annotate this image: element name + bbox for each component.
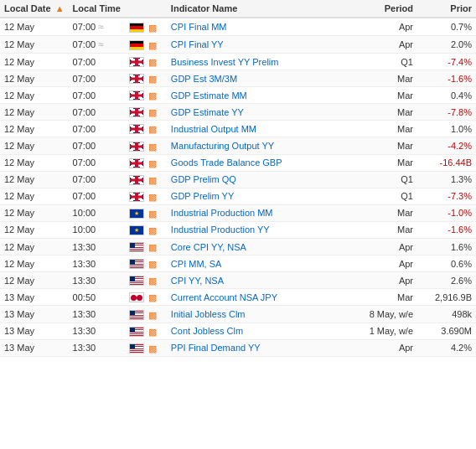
- chart-icon[interactable]: ▩: [148, 142, 160, 152]
- cell-time: 13:30: [69, 339, 125, 356]
- chart-icon[interactable]: ▩: [148, 175, 160, 185]
- cell-indicator[interactable]: CPI YY, NSA: [167, 272, 363, 289]
- chart-icon[interactable]: ▩: [148, 276, 160, 286]
- cell-prior: 3.690M: [417, 323, 476, 339]
- table-row[interactable]: 12 May 07:00 ▩ GDP Est 3M/3M Mar -1.6%: [0, 70, 476, 87]
- cell-date: 13 May: [0, 306, 69, 323]
- cell-prior: 1.6%: [417, 239, 476, 255]
- table-row[interactable]: 12 May 07:00 ≈ ▩ CPI Final MM Apr 0.7%: [0, 18, 476, 36]
- cell-indicator[interactable]: Industrial Output MM: [167, 121, 363, 137]
- table-row[interactable]: 12 May 10:00 ★ ▩ Industrial Production Y…: [0, 221, 476, 238]
- chart-icon[interactable]: ▩: [148, 40, 160, 50]
- chart-icon[interactable]: ▩: [148, 343, 160, 354]
- table-row[interactable]: 12 May 13:30 ▩ Core CPI YY, NSA Apr 1.6%: [0, 239, 476, 255]
- cell-indicator[interactable]: Business Invest YY Prelim: [167, 54, 363, 70]
- chart-icon[interactable]: ▩: [148, 158, 160, 168]
- chart-icon[interactable]: ▩: [148, 192, 160, 202]
- flag-us: [129, 327, 144, 337]
- cell-date: 12 May: [0, 154, 69, 171]
- flag-gb: [129, 158, 144, 168]
- cell-flag-chart: ▩: [125, 104, 167, 121]
- cell-indicator[interactable]: CPI Final MM: [167, 18, 363, 36]
- cell-flag-chart: ▩: [125, 87, 167, 104]
- cell-date: 12 May: [0, 18, 69, 36]
- table-row[interactable]: 13 May 00:50 ▩ Current Account NSA JPY M…: [0, 289, 476, 306]
- col-header-period: Period: [363, 0, 417, 18]
- cell-indicator[interactable]: Industrial Production YY: [167, 221, 363, 238]
- table-row[interactable]: 12 May 10:00 ★ ▩ Industrial Production M…: [0, 204, 476, 221]
- chart-icon[interactable]: ▩: [148, 327, 160, 337]
- flag-gb: [129, 124, 144, 134]
- chart-icon[interactable]: ▩: [148, 209, 160, 219]
- table-row[interactable]: 13 May 13:30 ▩ Initial Jobless Clm 8 May…: [0, 306, 476, 323]
- cell-date: 12 May: [0, 171, 69, 188]
- cell-prior: 0.4%: [417, 87, 476, 104]
- cell-date: 12 May: [0, 221, 69, 238]
- cell-indicator[interactable]: Manufacturing Output YY: [167, 137, 363, 154]
- table-row[interactable]: 12 May 07:00 ▩ GDP Estimate YY Mar -7.8%: [0, 104, 476, 121]
- chart-icon[interactable]: ▩: [148, 74, 160, 84]
- approx-symbol: ≈: [98, 21, 104, 33]
- flag-us: [129, 276, 144, 286]
- table-row[interactable]: 12 May 07:00 ▩ GDP Prelim QQ Q1 1.3%: [0, 171, 476, 188]
- cell-time: 13:30: [69, 306, 125, 323]
- table-row[interactable]: 12 May 07:00 ▩ GDP Estimate MM Mar 0.4%: [0, 87, 476, 104]
- cell-indicator[interactable]: CPI Final YY: [167, 36, 363, 54]
- cell-flag-chart: ▩: [125, 289, 167, 306]
- col-header-indicator: Indicator Name: [167, 0, 363, 18]
- cell-indicator[interactable]: Initial Jobless Clm: [167, 306, 363, 323]
- cell-indicator[interactable]: GDP Est 3M/3M: [167, 70, 363, 87]
- cell-indicator[interactable]: CPI MM, SA: [167, 255, 363, 272]
- table-row[interactable]: 12 May 07:00 ≈ ▩ CPI Final YY Apr 2.0%: [0, 36, 476, 54]
- cell-prior: 0.6%: [417, 255, 476, 272]
- chart-icon[interactable]: ▩: [148, 259, 160, 269]
- col-header-time[interactable]: Local Time: [69, 0, 125, 18]
- table-row[interactable]: 12 May 07:00 ▩ Industrial Output MM Mar …: [0, 121, 476, 137]
- chart-icon[interactable]: ▩: [148, 107, 160, 117]
- cell-time: 07:00: [69, 54, 125, 70]
- flag-us: [129, 343, 144, 354]
- table-row[interactable]: 12 May 13:30 ▩ CPI YY, NSA Apr 2.6%: [0, 272, 476, 289]
- cell-indicator[interactable]: Industrial Production MM: [167, 204, 363, 221]
- chart-icon[interactable]: ▩: [148, 292, 160, 302]
- cell-period: Mar: [363, 221, 417, 238]
- cell-flag-chart: ▩: [125, 121, 167, 137]
- cell-time: 07:00 ≈: [69, 36, 125, 54]
- cell-flag-chart: ▩: [125, 171, 167, 188]
- cell-indicator[interactable]: GDP Prelim YY: [167, 188, 363, 204]
- cell-flag-chart: ▩: [125, 339, 167, 356]
- table-row[interactable]: 12 May 07:00 ▩ Goods Trade Balance GBP M…: [0, 154, 476, 171]
- cell-indicator[interactable]: GDP Estimate YY: [167, 104, 363, 121]
- cell-prior: -4.2%: [417, 137, 476, 154]
- chart-icon[interactable]: ▩: [148, 124, 160, 134]
- cell-indicator[interactable]: Goods Trade Balance GBP: [167, 154, 363, 171]
- table-row[interactable]: 13 May 13:30 ▩ Cont Jobless Clm 1 May, w…: [0, 323, 476, 339]
- table-row[interactable]: 12 May 07:00 ▩ Manufacturing Output YY M…: [0, 137, 476, 154]
- cell-period: Q1: [363, 54, 417, 70]
- cell-indicator[interactable]: Current Account NSA JPY: [167, 289, 363, 306]
- table-row[interactable]: 12 May 07:00 ▩ GDP Prelim YY Q1 -7.3%: [0, 188, 476, 204]
- cell-indicator[interactable]: GDP Prelim QQ: [167, 171, 363, 188]
- cell-indicator[interactable]: Cont Jobless Clm: [167, 323, 363, 339]
- cell-time: 07:00: [69, 87, 125, 104]
- chart-icon[interactable]: ▩: [148, 225, 160, 235]
- col-header-date[interactable]: Local Date ▲: [0, 0, 69, 18]
- table-row[interactable]: 12 May 13:30 ▩ CPI MM, SA Apr 0.6%: [0, 255, 476, 272]
- cell-indicator[interactable]: GDP Estimate MM: [167, 87, 363, 104]
- flag-de: [129, 40, 144, 50]
- chart-icon[interactable]: ▩: [148, 310, 160, 320]
- cell-flag-chart: ▩: [125, 18, 167, 36]
- cell-prior: 1.0%: [417, 121, 476, 137]
- chart-icon[interactable]: ▩: [148, 57, 160, 67]
- cell-period: Apr: [363, 272, 417, 289]
- cell-flag-chart: ▩: [125, 188, 167, 204]
- flag-eu: ★: [129, 225, 144, 235]
- table-row[interactable]: 12 May 07:00 ▩ Business Invest YY Prelim…: [0, 54, 476, 70]
- cell-indicator[interactable]: Core CPI YY, NSA: [167, 239, 363, 255]
- chart-icon[interactable]: ▩: [148, 90, 160, 101]
- table-row[interactable]: 13 May 13:30 ▩ PPI Final Demand YY Apr 4…: [0, 339, 476, 356]
- chart-icon[interactable]: ▩: [148, 23, 160, 33]
- cell-indicator[interactable]: PPI Final Demand YY: [167, 339, 363, 356]
- chart-icon[interactable]: ▩: [148, 242, 160, 252]
- cell-time: 07:00: [69, 121, 125, 137]
